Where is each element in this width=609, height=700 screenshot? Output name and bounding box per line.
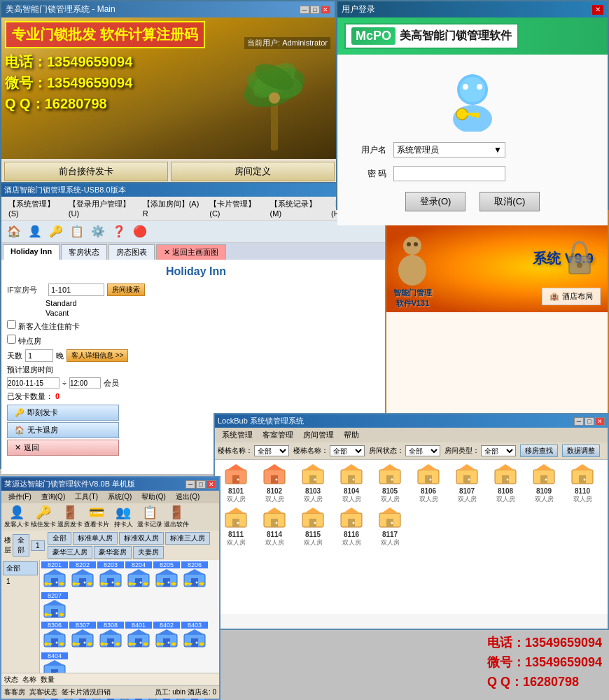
ly-room-tile[interactable]: 8401 — [125, 622, 152, 651]
room-tile[interactable]: 8109 双人房 — [526, 463, 562, 504]
ly-room-tile[interactable]: 8207 — [41, 592, 68, 622]
type-couple-btn[interactable]: 夫妻房 — [133, 546, 164, 559]
maximize-btn[interactable]: □ — [310, 6, 320, 14]
return-card-btn[interactable]: 🏠 无卡退房 — [7, 422, 119, 438]
special-check[interactable] — [7, 335, 16, 344]
room-tile[interactable]: 8107 双人房 — [449, 463, 485, 504]
lb-menu-guest[interactable]: 客室管理 — [258, 429, 298, 441]
lb-menu-help[interactable]: 帮助 — [340, 429, 363, 441]
ly-menu-exit[interactable]: 退出(Q) — [172, 491, 204, 503]
lockbub-minimize-btn[interactable]: ─ — [574, 417, 584, 426]
ly-room-tile[interactable]: 8307 — [69, 622, 96, 651]
menu-user[interactable]: 【登录用户管理】(U) — [64, 198, 137, 218]
ly-maximize-btn[interactable]: □ — [196, 480, 206, 489]
ly-room-tile[interactable]: 8402 — [153, 622, 180, 651]
toolbar-icon-3[interactable]: 🔑 — [46, 223, 66, 241]
room-tile[interactable]: 8105 双人房 — [372, 463, 408, 504]
floor-1-btn[interactable]: 1 — [31, 540, 45, 551]
ly-close-btn[interactable]: ✕ — [206, 480, 216, 489]
lb-menu-room[interactable]: 房间管理 — [299, 429, 338, 441]
toolbar-icon-7[interactable]: 🔴 — [130, 223, 150, 241]
ly-minimize-btn[interactable]: ─ — [186, 480, 195, 489]
room-tile[interactable]: 8103 双人房 — [295, 463, 331, 504]
guest-info-btn[interactable]: 客人详细信息 >> — [66, 349, 128, 362]
lockbub-maximize-btn[interactable]: □ — [584, 417, 594, 426]
toolbar-icon-5[interactable]: ⚙️ — [88, 223, 108, 241]
issue-card-btn[interactable]: 🔑 即刻发卡 — [7, 405, 119, 421]
checkout-time-input[interactable] — [69, 377, 101, 388]
menu-addroom[interactable]: 【添加房间】(A) R — [139, 198, 204, 218]
ly-tool-cardholder[interactable]: 👥 持卡人 — [111, 505, 136, 529]
filter-building2-select[interactable]: 全部 — [330, 445, 365, 456]
checkout-date-input[interactable] — [7, 377, 59, 388]
tab-room-chart[interactable]: 房态图表 — [108, 244, 155, 260]
toolbar-icon-6[interactable]: ❓ — [109, 223, 129, 241]
ly-tool-view-card[interactable]: 💳 查看卡片 — [84, 505, 109, 529]
room-query-btn[interactable]: 房间搜索 — [107, 284, 145, 296]
days-input[interactable] — [25, 349, 53, 362]
lb-reset-btn[interactable]: 数据调整 — [562, 444, 600, 457]
ly-menu-help[interactable]: 帮助(Q) — [137, 491, 169, 503]
ly-room-tile[interactable]: 8203 — [97, 561, 124, 591]
room-tile[interactable]: 8116 双人房 — [333, 506, 370, 547]
room-tile[interactable]: 8104 双人房 — [333, 463, 370, 504]
tab-room-status[interactable]: 客房状态 — [61, 244, 107, 260]
tab-return-main[interactable]: ✕ 返回主画面图 — [156, 244, 226, 260]
ly-tool-exit[interactable]: 🚪 退出软件 — [164, 505, 189, 529]
room-tile[interactable]: 8111 双人房 — [218, 506, 254, 547]
ly-sidebar-floor1[interactable]: 1 — [3, 575, 38, 587]
login-confirm-btn[interactable]: 登录(O) — [405, 192, 466, 211]
ly-room-tile[interactable]: 8201 — [41, 561, 68, 591]
back-btn[interactable]: ✕ 返回 — [7, 440, 119, 456]
room-tile[interactable]: 8106 双人房 — [410, 463, 447, 504]
room-tile[interactable]: 8102 双人房 — [256, 463, 293, 504]
toolbar-icon-4[interactable]: 📋 — [67, 223, 87, 241]
room-tile[interactable]: 8101 双人房 — [218, 463, 254, 504]
toolbar-icon-1[interactable]: 🏠 — [4, 223, 24, 241]
lb-search-btn[interactable]: 移房查找 — [520, 444, 558, 457]
username-dropdown[interactable]: 系统管理员 ▼ — [393, 142, 505, 158]
menu-log[interactable]: 【系统记录】(M) — [266, 198, 326, 218]
checkin-check[interactable] — [7, 320, 16, 329]
filter-status-select[interactable]: 全部 — [405, 445, 440, 456]
type-double-btn[interactable]: 标准双人房 — [119, 532, 164, 545]
ly-menu-tools[interactable]: 工具(T) — [71, 491, 102, 503]
password-input[interactable] — [393, 166, 505, 181]
ly-tool-checkout[interactable]: 🚪 退房发卡 — [57, 505, 83, 529]
hotel-layout-btn[interactable]: 🏨 酒店布局 — [542, 288, 601, 305]
type-all-btn[interactable]: 全部 — [48, 532, 71, 545]
minimize-btn[interactable]: ─ — [300, 6, 309, 14]
ly-room-tile[interactable]: 8206 — [181, 561, 208, 591]
filter-building1-select[interactable]: 全部 — [254, 445, 289, 456]
ly-menu-system[interactable]: 系统(Q) — [104, 491, 136, 503]
toolbar-icon-2[interactable]: 👤 — [25, 223, 45, 241]
room-tile[interactable]: 8115 双人房 — [295, 506, 331, 547]
type-triple-btn[interactable]: 标准三人房 — [165, 532, 210, 545]
ly-room-tile[interactable]: 8205 — [153, 561, 180, 591]
floor-all-btn[interactable]: 全部 — [13, 534, 29, 556]
room-tile[interactable]: 8108 双人房 — [487, 463, 524, 504]
menu-card[interactable]: 【卡片管理】(C) — [205, 198, 264, 218]
menu-system[interactable]: 【系统管理】(S) — [4, 198, 63, 218]
ly-tool-extend[interactable]: 🔑 续住发卡 — [31, 505, 56, 529]
ly-sidebar-all[interactable]: 全部 — [3, 561, 38, 575]
room-tile[interactable]: 8110 双人房 — [564, 463, 601, 504]
type-suite-btn[interactable]: 豪华套房 — [94, 546, 132, 559]
ly-room-tile[interactable]: 8202 — [69, 561, 96, 591]
ly-room-tile[interactable]: 8306 — [41, 622, 68, 651]
ly-menu-op[interactable]: 操作(F) — [4, 491, 36, 503]
room-tile[interactable]: 8114 双人房 — [256, 506, 293, 547]
login-cancel-btn[interactable]: 取消(C) — [479, 192, 540, 211]
ly-room-tile[interactable]: 8204 — [125, 561, 152, 591]
ly-room-tile[interactable]: 8308 — [97, 622, 124, 651]
login-close-btn[interactable]: ✕ — [592, 5, 603, 15]
type-deluxe-triple-btn[interactable]: 豪华三人房 — [48, 546, 92, 559]
type-single-btn[interactable]: 标准单人房 — [73, 532, 118, 545]
ly-room-tile[interactable]: 8403 — [181, 622, 208, 651]
close-btn[interactable]: ✕ — [321, 6, 330, 14]
ly-tool-issue-card[interactable]: 👤 发客人卡 — [4, 505, 29, 529]
ly-menu-query[interactable]: 查询(Q) — [37, 491, 69, 503]
room-no-input[interactable] — [48, 284, 104, 296]
tab-holiday-inn[interactable]: Holiday Inn — [3, 244, 59, 260]
room-tile[interactable]: 8117 双人房 — [372, 506, 408, 547]
